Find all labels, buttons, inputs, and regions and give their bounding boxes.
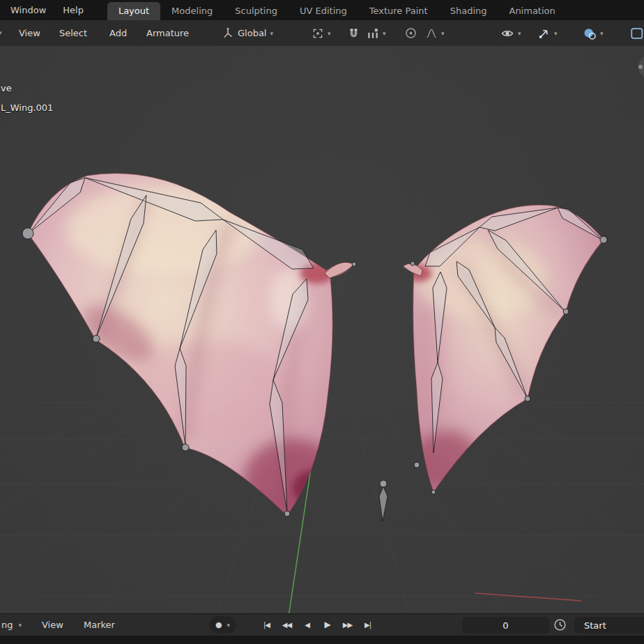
tab-sculpting[interactable]: Sculpting xyxy=(224,2,289,20)
overlays-toggle-dropdown[interactable]: ▾ xyxy=(583,20,604,46)
menu-window[interactable]: Window xyxy=(2,0,54,20)
status-bar xyxy=(0,636,644,644)
frame-start-field[interactable]: Start 1 xyxy=(574,617,644,634)
chevron-down-icon: ▾ xyxy=(600,30,604,37)
chevron-down-icon: ▾ xyxy=(554,30,558,37)
blender-window: ve L_Wing.001 Window Help Layout Modelin… xyxy=(0,0,644,644)
menu-view[interactable]: View xyxy=(19,20,40,46)
orientation-value: Global xyxy=(238,28,266,38)
menu-help[interactable]: Help xyxy=(54,0,92,20)
chevron-down-icon: ▾ xyxy=(328,30,331,37)
proportional-editing-icon xyxy=(404,26,417,40)
prev-keyframe-button[interactable]: ◀◀ xyxy=(277,614,297,636)
topbar: Window Help Layout Modeling Sculpting UV… xyxy=(0,0,644,20)
orientation-icon xyxy=(222,27,234,40)
tab-layout[interactable]: Layout xyxy=(107,2,160,20)
chevron-down-icon: ▾ xyxy=(383,30,386,37)
gizmo-arrow-icon xyxy=(537,26,551,40)
keying-set-chevron[interactable]: ▾ xyxy=(227,622,231,629)
clock-icon xyxy=(553,618,567,631)
jump-to-end-button[interactable]: ▶| xyxy=(358,614,378,636)
menu-select[interactable]: Select xyxy=(59,20,87,46)
next-keyframe-button[interactable]: ▶▶ xyxy=(337,614,358,636)
tab-modeling[interactable]: Modeling xyxy=(160,2,224,20)
chevron-down-icon: ▾ xyxy=(19,622,22,629)
timeline-menu-marker[interactable]: Marker xyxy=(84,614,115,636)
current-frame-field[interactable]: 0 xyxy=(462,617,549,634)
object-visibility-dropdown[interactable]: ▾ xyxy=(500,20,521,46)
use-preview-range-toggle[interactable] xyxy=(553,614,567,636)
transform-orientation-dropdown[interactable]: Global ▾ xyxy=(222,20,273,46)
workspace-tabs: Layout Modeling Sculpting UV Editing Tex… xyxy=(107,0,567,20)
frame-start-label: Start xyxy=(584,620,606,631)
xray-icon xyxy=(631,26,644,40)
snap-increment-icon xyxy=(367,27,379,40)
viewport-3d-scene[interactable] xyxy=(0,0,644,644)
menu-add[interactable]: Add xyxy=(109,20,127,46)
tab-shading[interactable]: Shading xyxy=(439,2,498,20)
menu-armature[interactable]: Armature xyxy=(146,20,189,46)
tab-uv-editing[interactable]: UV Editing xyxy=(289,2,358,20)
proportional-falloff-dropdown[interactable]: ▾ xyxy=(425,20,445,46)
timeline-popover-label: ng xyxy=(1,620,13,630)
play-reverse-button[interactable]: ◀ xyxy=(297,614,317,636)
proportional-editing-toggle[interactable] xyxy=(404,20,417,46)
timeline-popover-partial[interactable]: ng ▾ xyxy=(1,614,22,636)
pivot-point-dropdown[interactable]: ▾ xyxy=(312,20,331,46)
viewport-header: ▾ View Select Add Armature Global ▾ xyxy=(0,20,644,46)
playback-controls: |◀ ◀◀ ◀ ▶ ▶▶ ▶| xyxy=(256,614,378,636)
timeline-bar: ng ▾ View Marker ● ▾ |◀ ◀◀ ◀ ▶ ▶▶ ▶| 0 S… xyxy=(0,613,644,636)
editor-type-chevron-partial[interactable]: ▾ xyxy=(0,20,2,46)
tab-texture-paint[interactable]: Texture Paint xyxy=(358,2,439,20)
chevron-down-icon: ▾ xyxy=(518,30,521,37)
gizmos-toggle-dropdown[interactable]: ▾ xyxy=(537,20,558,46)
chevron-down-icon: ▾ xyxy=(441,30,445,37)
xray-toggle-partial[interactable] xyxy=(631,20,644,46)
tab-animation[interactable]: Animation xyxy=(498,2,566,20)
falloff-curve-icon xyxy=(425,27,438,40)
viewport-object-name: L_Wing.001 xyxy=(1,102,53,113)
snap-toggle[interactable] xyxy=(347,20,360,46)
record-button[interactable]: ● xyxy=(215,620,222,629)
viewport-perspective-label: ve xyxy=(1,83,12,93)
magnet-icon xyxy=(347,26,360,40)
pivot-point-icon xyxy=(312,27,324,40)
play-button[interactable]: ▶ xyxy=(317,614,337,636)
eye-icon xyxy=(500,26,514,40)
timeline-menu-view[interactable]: View xyxy=(42,614,63,636)
auto-key-record-group: ● ▾ xyxy=(209,616,236,634)
jump-to-start-button[interactable]: |◀ xyxy=(256,614,277,636)
chevron-down-icon: ▾ xyxy=(270,30,273,37)
shading-sphere-icon xyxy=(583,26,597,40)
snapping-dropdown[interactable]: ▾ xyxy=(367,20,386,46)
